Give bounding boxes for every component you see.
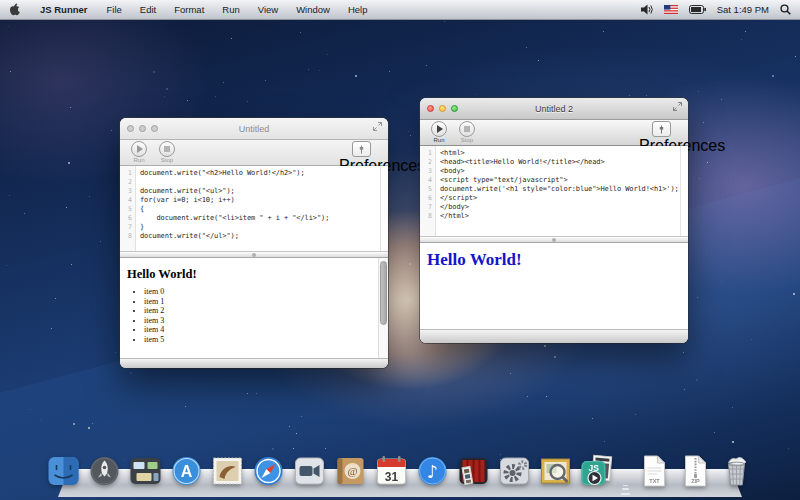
svg-text:ZIP: ZIP [691,478,700,484]
output-heading: Hello World! [427,250,688,270]
dock-item-preview[interactable] [539,454,573,488]
menu-window[interactable]: Window [287,0,339,19]
window-untitled: Untitled Run Stop Preferences 1document.… [120,118,388,368]
scrollbar[interactable] [378,258,388,358]
mail-icon [211,454,245,488]
code-line: <body> [435,167,465,176]
dock-item-safari[interactable] [252,454,286,488]
dock-item-itunes[interactable]: ♪ [416,454,450,488]
stop-button[interactable]: Stop [454,121,480,143]
dock-item-app-store[interactable]: A [170,454,204,488]
stop-icon [459,121,475,137]
close-button[interactable] [427,105,434,112]
input-flag-icon[interactable] [664,5,678,14]
menu-format[interactable]: Format [165,0,213,19]
svg-text:31: 31 [385,470,399,484]
dock-item-system-preferences[interactable] [498,454,532,488]
stop-button[interactable]: Stop [154,141,180,163]
system-preferences-icon [498,454,532,488]
code-line: { [135,205,144,214]
menu-file[interactable]: File [98,0,131,19]
code-line: for(var i=0; i<10; i++) [135,196,235,205]
dock-item-mail[interactable] [211,454,245,488]
launchpad-icon [88,454,122,488]
svg-text:TXT: TXT [649,478,660,484]
code-line: } [135,223,144,232]
dock-item-launchpad[interactable] [88,454,122,488]
spotlight-icon[interactable] [780,4,791,15]
list-item: item 1 [144,297,388,307]
stop-icon [159,141,175,157]
list-item: item 4 [144,325,388,335]
fullscreen-icon[interactable] [673,102,682,111]
svg-text:@: @ [347,465,357,477]
dock-item-txt-file[interactable]: TXT [638,454,672,488]
volume-icon[interactable] [641,4,653,15]
preview-icon [539,454,573,488]
apple-menu[interactable] [0,0,30,19]
menu-bar-left: JS Runner File Edit Format Run View Wind… [0,0,377,19]
splitter-handle[interactable] [120,251,388,258]
bottom-bar [120,358,388,368]
toolbar: Run Stop Preferences [120,140,388,166]
code-editor[interactable]: 1<html> 2<head><title>Hello World!</titl… [420,146,688,236]
scrollbar-thumb[interactable] [380,261,387,325]
mission-control-icon [129,454,163,488]
js-runner-icon: JS [580,454,614,488]
dock-item-trash[interactable] [720,454,754,488]
menu-help[interactable]: Help [339,0,377,19]
zoom-button[interactable] [151,125,158,132]
dock-item-js-runner[interactable]: JS [580,454,614,488]
preferences-icon [352,141,371,157]
dock-item-photo-booth[interactable] [457,454,491,488]
dock-item-facetime[interactable] [293,454,327,488]
play-icon [431,121,447,137]
code-line: </script> [435,194,477,203]
trash-icon [720,454,754,488]
desktop: JS Runner File Edit Format Run View Wind… [0,0,800,500]
code-line: <html> [435,149,465,158]
clock[interactable]: Sat 1:49 PM [717,4,769,15]
dock-item-zip-file[interactable]: ZIP [679,454,713,488]
list-item: item 0 [144,287,388,297]
code-line: </html> [435,212,469,221]
facetime-icon [293,454,327,488]
list-item: item 5 [144,335,388,345]
title-bar[interactable]: Untitled [120,118,388,140]
menu-run[interactable]: Run [213,0,248,19]
code-editor[interactable]: 1document.write("<h2>Hello World!</h2>")… [120,166,388,251]
address-book-icon: @ [334,454,368,488]
window-title: Untitled 2 [535,104,573,114]
traffic-lights [127,118,158,139]
traffic-lights [427,98,458,119]
finder-icon [47,454,81,488]
splitter-handle[interactable] [420,236,688,243]
menu-bar: JS Runner File Edit Format Run View Wind… [0,0,800,20]
dock-item-finder[interactable] [47,454,81,488]
app-menu-title[interactable]: JS Runner [30,4,98,15]
code-line: <head><title>Hello World!</title></head> [435,158,605,167]
minimize-button[interactable] [139,125,146,132]
run-button[interactable]: Run [426,121,452,143]
run-button[interactable]: Run [126,141,152,163]
menu-edit[interactable]: Edit [131,0,165,19]
code-line: document.write("<li>item " + i + "</li>"… [135,214,329,223]
dock-item-ical[interactable]: 31 [375,454,409,488]
code-line: document.write("</ul>"); [135,232,239,241]
svg-text:A: A [181,463,193,480]
play-icon [131,141,147,157]
minimize-button[interactable] [439,105,446,112]
close-button[interactable] [127,125,134,132]
title-bar[interactable]: Untitled 2 [420,98,688,120]
itunes-icon: ♪ [416,454,450,488]
dock-item-mission-control[interactable] [129,454,163,488]
preferences-icon [652,121,671,137]
zoom-button[interactable] [451,105,458,112]
dock-item-address-book[interactable]: @ [334,454,368,488]
battery-icon[interactable] [689,5,706,14]
output-list: item 0 item 1 item 2 item 3 item 4 item … [144,287,388,345]
fullscreen-icon[interactable] [373,122,382,131]
output-pane: Hello World! item 0 item 1 item 2 item 3… [120,258,388,358]
apple-logo-icon [9,3,20,16]
menu-view[interactable]: View [249,0,287,19]
